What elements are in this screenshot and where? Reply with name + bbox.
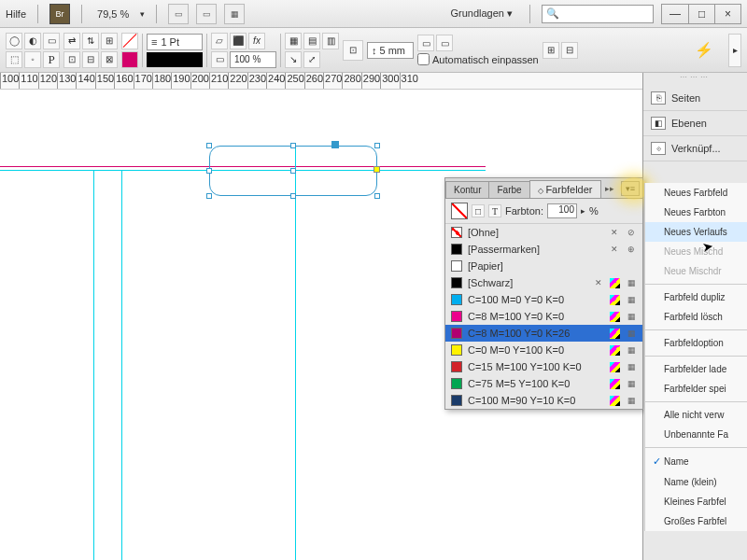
tool-icon[interactable]: ⊠ [101,51,118,68]
tool-icon[interactable]: ⇄ [63,33,80,49]
menu-item[interactable]: Farbfeld dupliz [645,287,747,307]
swatch-color [451,395,462,406]
selection-handle[interactable] [374,193,380,199]
zoom-level[interactable]: 79,5 % [93,7,133,21]
tool-icon[interactable]: ◐ [24,33,41,49]
panel-button[interactable]: ◧Ebenen [643,111,747,136]
tool-icon[interactable]: P [43,51,60,68]
workspace-switcher[interactable]: Grundlagen ▾ [444,6,518,21]
tool-icon[interactable]: ◦ [24,51,41,68]
menu-item[interactable]: ✓Name [645,451,747,472]
menu-item[interactable]: Kleines Farbfel [645,492,747,511]
lock-icon: ✕ [609,244,620,255]
selection-handle[interactable] [206,168,212,174]
selection-handle[interactable] [290,143,296,148]
selection-handle[interactable] [331,141,339,148]
tool-icon[interactable]: ⊡ [63,51,80,68]
menu-item[interactable]: Unbenannte Fa [645,425,747,444]
tool-icon[interactable]: ⬛ [230,33,247,49]
menu-item[interactable]: Farbfelder spei [645,379,747,399]
swatch-row[interactable]: C=100 M=0 Y=0 K=0▦ [445,291,642,308]
close-button[interactable]: × [714,5,740,23]
tab-color[interactable]: Farbe [488,181,529,198]
view-options-icon[interactable]: ▭ [168,4,189,24]
menu-item[interactable]: Farbfeldoption [645,333,747,353]
tool-icon[interactable]: ▱ [211,33,228,49]
tint-input[interactable]: 100 [547,203,577,218]
text-toggle-icon[interactable]: T [488,204,501,217]
spacing-input[interactable]: ↕5 mm [367,42,414,59]
arrange-icon[interactable]: ▦ [224,4,245,24]
tool-icon[interactable]: ⊟ [561,42,578,59]
overflow-icon[interactable]: ▸ [728,34,741,67]
swatch-row[interactable]: C=75 M=5 Y=100 K=0▦ [445,375,642,392]
search-input[interactable]: 🔍 [542,5,654,23]
panel-button[interactable]: ⎘Seiten [643,86,747,111]
dock-grip[interactable]: ⋯⋯⋯ [643,73,747,86]
tool-icon[interactable]: ▥ [322,33,339,49]
fill-color-icon[interactable] [121,51,138,68]
tool-icon[interactable]: ▭ [211,51,228,68]
anchor-handle[interactable] [374,166,380,173]
tab-stroke[interactable]: Kontur [445,181,489,198]
swatch-row[interactable]: [Ohne]✕⊘ [445,224,642,241]
object-toggle-icon[interactable]: □ [472,204,485,217]
selection-handle[interactable] [290,193,296,199]
menu-item[interactable]: Farbfeld lösch [645,307,747,327]
tool-icon[interactable]: ⊞ [101,33,118,49]
autofit-checkbox[interactable]: Automatisch einpassen [417,53,539,65]
swatch-row[interactable]: C=100 M=90 Y=10 K=0▦ [445,392,642,409]
fill-stroke-proxy[interactable] [451,203,468,219]
swatch-list[interactable]: [Ohne]✕⊘[Passermarken]✕⊕[Papier][Schwarz… [445,224,642,409]
swatch-row[interactable]: [Passermarken]✕⊕ [445,241,642,258]
selection-handle[interactable] [206,143,212,148]
panel-label: Verknüpf... [671,143,721,154]
ruler-tick: 180 [152,73,171,89]
tool-icon[interactable]: ◯ [6,33,22,49]
tool-icon[interactable]: ↘ [285,51,302,68]
menu-item[interactable]: Neues Farbfeld [645,183,747,203]
opacity-input[interactable]: 100 % [230,51,276,68]
center-point[interactable] [290,168,296,174]
screen-mode-icon[interactable]: ▭ [196,4,217,24]
menu-item[interactable]: Großes Farbfel [645,511,747,531]
swatch-row[interactable]: [Schwarz]✕▦ [445,274,642,291]
swatch-row[interactable]: C=8 M=100 Y=0 K=0▦ [445,308,642,325]
menu-item[interactable]: Alle nicht verw [645,405,747,425]
menu-help[interactable]: Hilfe [6,8,26,20]
ruler-tick: 160 [114,73,133,89]
tool-icon[interactable]: ⤢ [303,51,320,68]
tool-icon[interactable]: ⬚ [6,51,22,68]
tab-swatches[interactable]: ◇ Farbfelder [529,180,601,198]
selection-handle[interactable] [206,193,212,199]
bridge-button[interactable]: Br [49,4,70,24]
panel-button[interactable]: ⟐Verknüpf... [643,136,747,161]
selection-handle[interactable] [374,143,380,148]
swatch-row[interactable]: C=15 M=100 Y=100 K=0▦ [445,358,642,375]
tool-icon[interactable]: ⊞ [543,42,559,59]
tool-icon[interactable]: ▤ [303,33,320,49]
menu-item[interactable]: Neues Farbton [645,203,747,222]
maximize-button[interactable]: □ [688,5,714,23]
fill-none-icon[interactable] [121,33,138,49]
stroke-weight-input[interactable]: ≡1 Pt [147,34,203,50]
swatch-row[interactable]: C=0 M=0 Y=100 K=0▦ [445,342,642,358]
tool-icon[interactable]: ▭ [436,35,453,51]
global-icon: ▦ [626,395,637,406]
bolt-icon[interactable]: ⚡ [684,41,725,59]
tool-icon[interactable]: ⊡ [343,40,363,61]
tool-icon[interactable]: ▭ [417,35,434,51]
tool-icon[interactable]: ▭ [43,33,60,49]
tool-icon[interactable]: ⊟ [82,51,99,68]
swatch-row[interactable]: C=8 M=100 Y=0 K=26▦ [445,325,642,342]
panel-collapse-icon[interactable]: ▸▸ [601,184,618,193]
menu-item[interactable]: Farbfelder lade [645,359,747,379]
swatch-row[interactable]: [Papier] [445,258,642,274]
fx-icon[interactable]: fx [248,33,265,49]
minimize-button[interactable]: — [662,5,688,23]
panel-menu-icon[interactable]: ▾≡ [621,181,640,196]
tool-icon[interactable]: ▦ [285,33,302,49]
menu-item[interactable]: Name (klein) [645,472,747,492]
tool-icon[interactable]: ⇅ [82,33,99,49]
menu-item[interactable]: Neues Verlaufs [645,222,747,242]
